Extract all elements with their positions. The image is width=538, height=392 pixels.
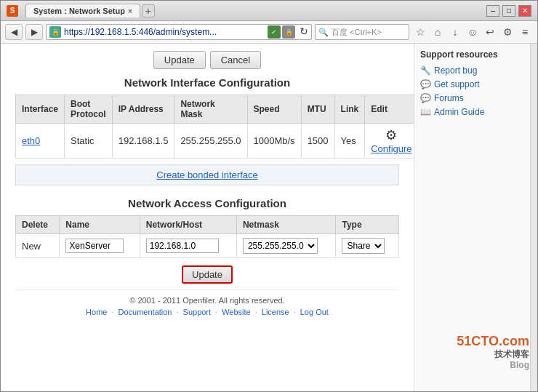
col-boot-protocol: BootProtocol [65,95,113,124]
table-row: New 255.255.255.0 255.255.0.0 [16,234,399,258]
configure-icon: ⚙ [385,127,397,143]
tab-title: System : Network Setup [33,7,125,15]
col-name: Name [60,216,140,234]
footer-links: Home · Documentation · Support · Website… [21,308,393,316]
sidebar-title: Support resources [420,49,524,60]
configure-link[interactable]: Configure [371,143,411,154]
back2-icon[interactable]: ↩ [482,24,498,40]
search-icon: 🔍 [318,28,329,37]
footer-logout[interactable]: Log Out [300,308,329,316]
sidebar-item-label: Get support [434,79,480,89]
cell-edit: ⚙ Configure [365,124,414,159]
sidebar-item-label: Admin Guide [434,107,484,117]
watermark: 51CTO.com 技术博客 Blog [457,334,529,370]
bottom-update-btn[interactable]: Update [182,265,233,284]
footer-documentation[interactable]: Documentation [119,308,172,316]
col-netmask: Netmask [236,216,336,234]
col-edit: Edit [365,95,414,124]
cell-interface: eth0 [16,124,65,159]
network-host-input[interactable] [146,239,219,253]
cell-delete: New [16,234,60,258]
footer-license[interactable]: License [262,308,289,316]
network-access-header: Network Access Configuration [15,197,399,209]
refresh-btn[interactable]: ↻ [300,25,308,39]
cell-boot-protocol: Static [65,124,113,159]
watermark-line2: 技术博客 [457,349,529,359]
close-btn[interactable]: ✕ [518,5,531,17]
col-network-mask: NetworkMask [174,95,247,124]
active-tab[interactable]: System : Network Setup × [25,4,140,17]
browser-icon: S [7,5,18,17]
security-badge: ✓ [268,25,281,39]
col-mtu: MTU [301,95,334,124]
maximize-btn[interactable]: □ [502,5,515,17]
cell-name [60,234,140,258]
col-type: Type [336,216,399,234]
col-delete: Delete [16,216,60,234]
menu-icon[interactable]: ≡ [517,24,533,40]
footer-copyright: © 2001 - 2011 Openfiler. All rights rese… [21,296,393,305]
cell-network-host [140,234,236,258]
scrollbar[interactable] [530,44,537,391]
col-speed: Speed [247,95,301,124]
forward-btn[interactable]: ▶ [25,24,43,40]
sidebar-item-get-support[interactable]: 💬 Get support [420,79,524,89]
page-content: Update Cancel Network Interface Configur… [1,44,414,391]
top-cancel-btn[interactable]: Cancel [210,51,261,69]
network-interface-header: Network Interface Configuration [15,76,399,89]
settings-icon[interactable]: ⚙ [499,24,515,40]
cell-netmask: 255.255.255.0 255.255.0.0 255.0.0.0 [236,234,336,258]
ssl-icon: 🔒 [282,25,295,39]
report-bug-icon: 🔧 [420,65,431,76]
network-access-table: Delete Name Network/Host Netmask Type Ne… [15,215,399,258]
sidebar-item-forums[interactable]: 💬 Forums [420,93,524,103]
title-bar: S System : Network Setup × + – □ ✕ [1,1,537,21]
table-row: eth0 Static 192.168.1.5 255.255.255.0 10… [16,124,414,159]
toolbar-icons: ☆ ⌂ ↓ ☺ ↩ ⚙ ≡ [412,24,533,40]
new-label: New [22,241,41,252]
eth0-link[interactable]: eth0 [22,135,40,146]
type-select[interactable]: Share Read Write [342,238,385,254]
user-icon[interactable]: ☺ [465,24,481,40]
footer-support[interactable]: Support [183,308,212,316]
address-text: https://192.168.1.5:446/admin/system... [64,27,265,37]
col-interface: Interface [16,95,65,124]
name-input[interactable] [65,239,124,253]
netmask-select[interactable]: 255.255.255.0 255.255.0.0 255.0.0.0 [243,238,318,254]
top-update-btn[interactable]: Update [153,51,206,69]
cell-speed: 1000Mb/s [247,124,301,159]
toolbar: ◀ ▶ 🔒 https://192.168.1.5:446/admin/syst… [1,21,537,44]
forums-icon: 💬 [420,93,431,103]
bookmark-icon[interactable]: ☆ [412,24,428,40]
watermark-line1: 51CTO.com [457,334,529,350]
cell-ip-address: 192.168.1.5 [112,124,174,159]
tab-area: System : Network Setup × + [25,4,155,17]
footer: © 2001 - 2011 Openfiler. All rights rese… [15,289,399,322]
network-interface-table: Interface BootProtocol IP Address Networ… [15,95,414,159]
footer-website[interactable]: Website [222,308,251,316]
create-bonded-link[interactable]: Create bonded interface [156,169,257,180]
cell-link: Yes [334,124,365,159]
window-controls: – □ ✕ [486,5,531,17]
lock-icon: 🔒 [49,26,61,38]
cell-mtu: 1500 [301,124,334,159]
top-buttons: Update Cancel [15,51,399,69]
address-bar[interactable]: 🔒 https://192.168.1.5:446/admin/system..… [46,24,312,40]
download-icon[interactable]: ↓ [447,24,463,40]
col-ip-address: IP Address [112,95,174,124]
tab-close-btn[interactable]: × [128,7,132,15]
security-icons: ✓ 🔒 ↻ [268,25,308,39]
get-support-icon: 💬 [420,79,431,89]
home-icon[interactable]: ⌂ [430,24,446,40]
new-tab-btn[interactable]: + [142,4,155,17]
cell-type: Share Read Write [336,234,399,258]
sidebar-item-label: Forums [434,93,464,103]
back-btn[interactable]: ◀ [5,24,23,40]
footer-home[interactable]: Home [86,308,107,316]
sidebar-item-admin-guide[interactable]: 📖 Admin Guide [420,107,524,117]
search-box[interactable]: 🔍 百度 <Ctrl+K> [315,24,409,40]
create-bonded-row: Create bonded interface [15,164,399,185]
sidebar-item-report-bug[interactable]: 🔧 Report bug [420,65,524,76]
watermark-line3: Blog [457,360,529,370]
minimize-btn[interactable]: – [486,5,499,17]
